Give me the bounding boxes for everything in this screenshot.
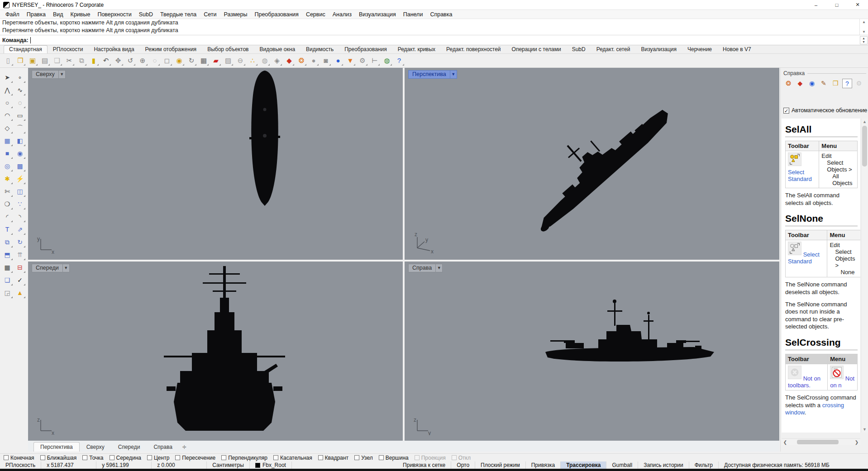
sphere-icon[interactable]: ◉ xyxy=(14,147,26,159)
units-button[interactable]: Сантиметры xyxy=(207,461,250,469)
osnap-disable[interactable]: Откл xyxy=(452,455,471,461)
arc-icon[interactable]: ◠ xyxy=(1,109,13,121)
checkbox[interactable] xyxy=(4,455,9,460)
checkbox[interactable] xyxy=(415,455,420,460)
materials-tab-icon[interactable]: ✎ xyxy=(819,79,829,88)
render-icon[interactable]: ● xyxy=(332,55,344,67)
checkbox[interactable] xyxy=(318,455,323,460)
command-spinner[interactable]: ▲▼ xyxy=(860,36,868,44)
checkbox[interactable] xyxy=(452,455,457,460)
checkbox[interactable] xyxy=(147,455,152,460)
osnap-intersection[interactable]: Пересечение xyxy=(175,455,215,461)
cplane-button[interactable]: РПлоскость xyxy=(0,461,41,469)
point-icon[interactable]: ∘ xyxy=(14,71,26,83)
cplane-grid-icon[interactable]: ▨ xyxy=(222,55,234,67)
osnap-quadrant[interactable]: Квадрант xyxy=(318,455,348,461)
settings-tab-icon[interactable]: ⚙ xyxy=(854,79,864,88)
planar-toggle[interactable]: Плоский режим xyxy=(475,461,526,469)
viewport-menu-dropdown-icon[interactable]: ▼ xyxy=(59,70,66,79)
surface-icon[interactable]: ◧ xyxy=(14,135,26,147)
rotate-view-icon[interactable]: ↺ xyxy=(124,55,136,67)
check-selection-icon[interactable]: ✓ xyxy=(14,274,26,286)
minimize-button[interactable]: – xyxy=(806,0,826,10)
torus-icon[interactable]: ◎ xyxy=(1,160,13,172)
rectangle-icon[interactable]: ▭ xyxy=(14,109,26,121)
earth-icon[interactable]: ◍ xyxy=(381,55,393,67)
undo-icon[interactable]: ↶ xyxy=(100,55,112,67)
checkbox[interactable] xyxy=(40,455,45,460)
maximize-button[interactable]: □ xyxy=(826,0,847,10)
osnap-center[interactable]: Центр xyxy=(147,455,169,461)
ellipse-icon[interactable]: ◌ xyxy=(14,97,26,109)
copy-icon[interactable]: ⧉ xyxy=(76,55,87,67)
zoom-in-icon[interactable]: ⊕ xyxy=(137,55,148,67)
smarttrack-toggle[interactable]: Трассировка xyxy=(561,461,606,469)
open-file-icon[interactable]: ❒ xyxy=(14,55,26,67)
tab-subd[interactable]: SubD xyxy=(567,45,591,53)
scale-icon[interactable]: ⇗ xyxy=(14,224,26,235)
osnap-toggle[interactable]: Привязка xyxy=(526,461,561,469)
checkbox[interactable] xyxy=(221,455,226,460)
render-region-icon[interactable]: ◙ xyxy=(320,55,332,67)
color-wheel-tab-icon[interactable]: ❂ xyxy=(783,79,793,88)
viewport-right[interactable]: Справа ▼ z xyxy=(405,262,779,441)
blend-curve-icon[interactable]: ◝ xyxy=(14,211,26,223)
checkbox[interactable] xyxy=(110,455,114,460)
section-icon[interactable]: ⊟ xyxy=(14,262,26,273)
tab-standard[interactable]: Стандартная xyxy=(4,45,48,53)
tab-select-objects[interactable]: Выбор объектов xyxy=(202,45,254,53)
tab-solid-ops[interactable]: Операции с телами xyxy=(506,45,567,53)
shaded-display-icon[interactable]: ◆ xyxy=(283,55,295,67)
color-wheel-icon[interactable]: ❂ xyxy=(296,55,307,67)
checkbox[interactable] xyxy=(175,455,180,460)
layer-button[interactable]: Fbx_Root xyxy=(250,461,292,469)
menu-analyze[interactable]: Анализ xyxy=(329,11,355,18)
menu-help[interactable]: Справка xyxy=(426,11,456,18)
viewport-title[interactable]: Спереди xyxy=(32,264,63,272)
tab-view-setup[interactable]: Настройка вида xyxy=(88,45,139,53)
tab-viewports[interactable]: Видовые окна xyxy=(254,45,300,53)
z-coordinate[interactable]: z 0.000 xyxy=(152,461,207,469)
curve-boolean-icon[interactable]: ❍ xyxy=(1,198,13,210)
menu-subd[interactable]: SubD xyxy=(135,11,157,18)
tab-drafting[interactable]: Черчение xyxy=(682,45,717,53)
scroll-up-icon[interactable]: ▲ xyxy=(861,119,868,124)
polyline-icon[interactable]: ⋀ xyxy=(1,84,13,96)
command-input[interactable]: Команда: ▲▼ xyxy=(0,35,868,45)
surface-points-icon[interactable]: ▦ xyxy=(1,135,13,147)
select-standard-link[interactable]: Select Standard xyxy=(788,169,812,182)
selection-filter-icon[interactable]: ▼ xyxy=(344,55,356,67)
gumball-toggle[interactable]: Gumball xyxy=(606,461,638,469)
viewport-menu-dropdown-icon[interactable]: ▼ xyxy=(63,264,70,272)
menu-transform[interactable]: Преобразования xyxy=(251,11,302,18)
extrude-icon[interactable]: ⬒ xyxy=(1,249,13,261)
history-scroll-up-icon[interactable]: ▲ xyxy=(862,20,866,24)
surface-grid-icon[interactable]: ▩ xyxy=(14,160,26,172)
vp-tab-top[interactable]: Сверху xyxy=(80,442,111,452)
zoom-dynamic-icon[interactable]: ◌ xyxy=(149,55,161,67)
options-gear-icon[interactable]: ⚙ xyxy=(357,55,368,67)
text-icon[interactable]: T xyxy=(1,224,13,235)
tab-visibility[interactable]: Видимость xyxy=(300,45,339,53)
points-on-icon[interactable]: ∴ xyxy=(247,55,258,67)
osnap-mid[interactable]: Середина xyxy=(110,455,141,461)
scroll-down-icon[interactable]: ▼ xyxy=(861,427,868,432)
menu-dimensions[interactable]: Размеры xyxy=(220,11,251,18)
help-vertical-scrollbar[interactable]: ▲ ▼ xyxy=(861,119,868,433)
hide-objects-icon[interactable]: ⊖ xyxy=(234,55,246,67)
libraries-tab-icon[interactable]: ❒ xyxy=(830,79,840,88)
polygon-icon[interactable]: ◇ xyxy=(1,122,13,134)
group-icon[interactable]: ◲ xyxy=(1,287,13,299)
x-coordinate[interactable]: x 5187.437 xyxy=(41,461,96,469)
display-tab-icon[interactable]: ◆ xyxy=(795,79,805,88)
save-icon[interactable]: ▣ xyxy=(27,55,38,67)
paste-icon[interactable]: ▮ xyxy=(88,55,100,67)
zoom-selected-icon[interactable]: ◉ xyxy=(173,55,185,67)
vp-tab-add[interactable]: ✛ xyxy=(179,442,190,452)
ortho-toggle[interactable]: Орто xyxy=(451,461,475,469)
menu-tools[interactable]: Сервис xyxy=(302,11,329,18)
viewport-front[interactable]: Спереди ▼ z x xyxy=(28,262,403,441)
curve-icon[interactable]: ∿ xyxy=(14,84,26,96)
history-scroll-down-icon[interactable]: ▼ xyxy=(862,30,866,34)
vp-tab-front[interactable]: Спереди xyxy=(111,442,147,452)
